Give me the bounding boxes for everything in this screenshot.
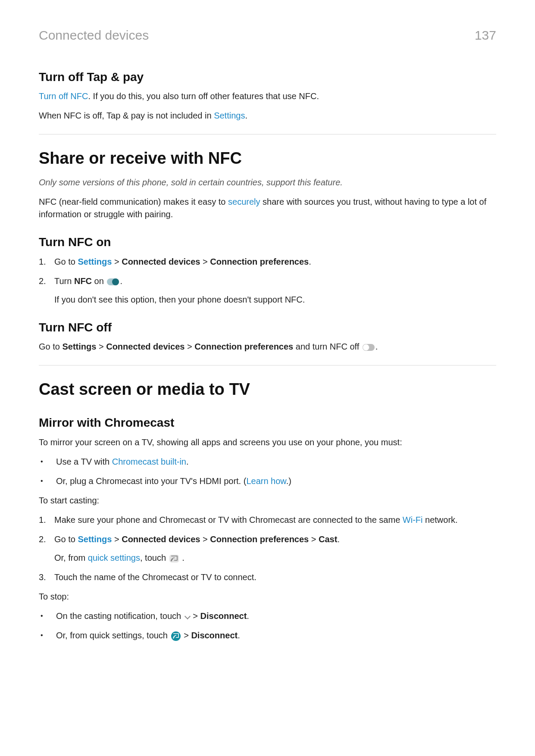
dot2: . [120,276,122,286]
settings-link-2[interactable]: Settings [78,257,112,266]
stop2-a: Or, from quick settings, touch [56,631,170,640]
cast-label: Cast [319,534,337,544]
connection-prefs-3: Connection preferences [210,534,309,544]
tap-pay-heading: Turn off Tap & pay [39,69,496,86]
turn-off-a: Go to [39,342,62,351]
step-marker: 3. [39,571,54,584]
dot4: . [337,534,340,544]
step2-sub: If you don't see this option, then your … [54,294,496,306]
page-number: 137 [475,26,496,45]
separator-2 [39,365,496,366]
bullet-marker: • [39,629,56,641]
cast-start-steps: 1. Make sure your phone and Chromecast o… [39,514,496,584]
bul1-a: Use a TV with [56,457,112,466]
cast-bullet-2: • Or, plug a Chromecast into your TV's H… [39,475,496,487]
securely-link[interactable]: securely [228,197,260,206]
cast-icon-active [171,631,181,641]
disconnect-2: Disconnect [191,631,238,640]
cast-title: Cast screen or media to TV [39,378,496,401]
dot6: . [247,611,249,621]
gt5: > [112,534,122,544]
tap-pay-p2: When NFC is off, Tap & pay is not includ… [39,109,496,122]
step-marker: 2. [39,533,54,546]
cast-intro: To mirror your screen on a TV, showing a… [39,436,496,449]
turn-off-nfc-link[interactable]: Turn off NFC [39,91,88,101]
dot3: . [375,342,378,351]
quick-settings-link[interactable]: quick settings [88,553,140,562]
turn-nfc-on-steps: 1. Go to Settings > Connected devices > … [39,256,496,306]
svg-point-1 [173,637,174,638]
wifi-link[interactable]: Wi-Fi [403,515,423,525]
to-stop: To stop: [39,590,496,603]
separator-1 [39,134,496,134]
gt6: > [200,534,210,544]
turn-nfc-off-heading: Turn NFC off [39,319,496,337]
connection-prefs-2: Connection preferences [194,342,293,351]
stop-bullet-2: • Or, from quick settings, touch > Disco… [39,629,496,642]
tap-pay-p1: Turn off NFC. If you do this, you also t… [39,90,496,103]
s2-sub-a: Or, from [54,553,88,562]
tap-pay-p1-rest: . If you do this, you also turn off othe… [88,91,319,101]
disconnect-1: Disconnect [200,611,247,621]
stop1-a: On the casting notification, touch [56,611,184,621]
s2-sub-b: , touch [140,553,169,562]
gt2: > [200,257,210,266]
settings-bold: Settings [62,342,96,351]
bul2-b: .) [286,476,291,486]
turn-off-b: and turn NFC off [293,342,362,351]
turn-on-step-1: 1. Go to Settings > Connected devices > … [39,256,496,268]
cast-bullet-1: • Use a TV with Chromecast built-in. [39,456,496,468]
toggle-off-icon [363,344,375,351]
step-marker: 2. [39,275,54,287]
gt3: > [96,342,106,351]
share-nfc-intro: NFC (near-field communication) makes it … [39,196,496,221]
step2-b: on [92,276,106,286]
learn-how-link[interactable]: Learn how [246,476,286,486]
gt1: > [112,257,122,266]
step-marker: 1. [39,256,54,268]
gt7: > [309,534,319,544]
cast-icon [169,555,179,562]
svg-point-0 [171,560,172,561]
s2-a: Go to [54,534,78,544]
toggle-on-icon [107,278,119,285]
connected-devices-2: Connected devices [106,342,185,351]
stop1-b: > [193,611,200,621]
s1-a: Make sure your phone and Chromecast or T… [54,515,403,525]
share-nfc-title: Share or receive with NFC [39,147,496,170]
cast-step-3: 3. Touch the name of the Chromecast or T… [39,571,496,584]
bullet-marker: • [39,456,56,468]
connected-devices-1: Connected devices [122,257,200,266]
turn-nfc-on-heading: Turn NFC on [39,234,496,251]
turn-nfc-off-body: Go to Settings > Connected devices > Con… [39,341,496,353]
chromecast-builtin-link[interactable]: Chromecast built-in [112,457,186,466]
gt4: > [185,342,194,351]
stop2-b: > [184,631,191,640]
page-header: Connected devices 137 [39,26,496,45]
step2-a: Turn [54,276,74,286]
settings-link-3[interactable]: Settings [78,534,112,544]
stop-bullet-1: • On the casting notification, touch > D… [39,610,496,622]
share-nfc-note: Only some versions of this phone, sold i… [39,176,496,189]
bul1-b: . [186,457,189,466]
bullet-marker: • [39,475,56,487]
tap-pay-p2-a: When NFC is off, Tap & pay is not includ… [39,111,214,120]
turn-on-step-2: 2. Turn NFC on . If you don't see this o… [39,275,496,306]
bullet-marker: • [39,610,56,622]
tap-pay-p2-b: . [245,111,247,120]
dot7: . [238,631,240,640]
header-title: Connected devices [39,26,149,45]
dot1: . [309,257,311,266]
cast-stop-list: • On the casting notification, touch > D… [39,610,496,642]
bul2-a: Or, plug a Chromecast into your TV's HDM… [56,476,246,486]
mirror-heading: Mirror with Chromecast [39,414,496,432]
connected-devices-3: Connected devices [122,534,200,544]
cast-step-1: 1. Make sure your phone and Chromecast o… [39,514,496,526]
s1-b: network. [422,515,457,525]
step-marker: 1. [39,514,54,526]
dot5: . [182,553,185,562]
to-start: To start casting: [39,494,496,507]
page: Connected devices 137 Turn off Tap & pay… [0,0,535,756]
settings-link-1[interactable]: Settings [214,111,245,120]
chevron-down-icon [185,614,190,619]
